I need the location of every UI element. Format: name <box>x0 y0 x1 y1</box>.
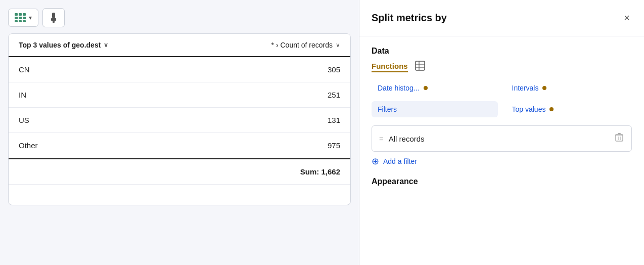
panel-body: Data Functions Date histog... <box>359 36 644 196</box>
row-value-us: 131 <box>328 116 340 124</box>
row-label-in: IN <box>19 91 26 99</box>
filter-all-records-label: All records <box>389 135 425 143</box>
sum-label: Sum: 1,662 <box>300 167 340 176</box>
data-section-label: Data <box>372 47 632 56</box>
table-icon <box>415 61 425 71</box>
row-value-cn: 305 <box>328 65 340 74</box>
option-top-values-dot <box>549 107 554 111</box>
appearance-section-label: Appearance <box>372 175 632 186</box>
option-date-histogram[interactable]: Date histog... <box>372 80 498 96</box>
option-top-values-label: Top values <box>512 105 546 113</box>
filter-equals-icon: = <box>379 135 384 143</box>
functions-row: Functions <box>372 60 632 74</box>
column-label-geo-dest: Top 3 values of geo.dest <box>19 41 101 49</box>
option-intervals-label: Intervals <box>512 84 539 92</box>
add-filter-row[interactable]: ⊕ Add a filter <box>372 156 632 167</box>
option-date-histogram-label: Date histog... <box>378 84 420 92</box>
option-filters-label: Filters <box>378 105 397 113</box>
svg-rect-10 <box>51 18 56 21</box>
column-label-count: * › Count of records <box>271 41 333 49</box>
trash-icon <box>615 133 623 142</box>
panel-title: Split metrics by <box>372 12 447 24</box>
svg-rect-9 <box>52 13 55 18</box>
svg-rect-7 <box>19 20 22 22</box>
brush-icon <box>49 13 58 23</box>
add-filter-label: Add a filter <box>383 157 417 165</box>
filter-row: = All records <box>372 125 632 152</box>
option-intervals-dot <box>542 86 546 90</box>
svg-rect-11 <box>53 21 55 23</box>
row-label-us: US <box>19 116 29 124</box>
options-grid: Date histog... Intervals Filters Top val… <box>372 80 632 117</box>
close-button[interactable]: × <box>622 10 632 26</box>
svg-rect-6 <box>15 20 18 22</box>
option-filters[interactable]: Filters <box>372 101 498 117</box>
grid-icon <box>15 13 26 22</box>
table-row: IN 251 <box>9 82 350 108</box>
svg-rect-4 <box>19 17 22 19</box>
svg-rect-3 <box>15 17 18 19</box>
svg-rect-12 <box>416 61 425 70</box>
row-value-other: 975 <box>328 141 340 150</box>
table-row: CN 305 <box>9 57 350 82</box>
row-value-in: 251 <box>328 91 340 99</box>
option-top-values[interactable]: Top values <box>506 101 632 117</box>
svg-rect-1 <box>19 13 22 16</box>
table-row: Other 975 <box>9 133 350 158</box>
svg-rect-2 <box>23 13 26 16</box>
delete-filter-button[interactable] <box>614 132 624 145</box>
svg-rect-16 <box>616 135 623 141</box>
left-panel: ▾ Top 3 values of geo.dest ∨ * › Count o… <box>0 0 359 265</box>
data-section: Data Functions Date histog... <box>372 47 632 167</box>
right-panel: Split metrics by × Data Functions <box>359 0 644 265</box>
panel-header: Split metrics by × <box>359 0 644 36</box>
table-column-left[interactable]: Top 3 values of geo.dest ∨ <box>19 41 108 49</box>
row-label-other: Other <box>19 141 38 150</box>
grid-chevron-icon: ▾ <box>29 14 32 21</box>
table-column-right[interactable]: * › Count of records ∨ <box>271 41 340 49</box>
add-filter-icon: ⊕ <box>372 156 379 167</box>
data-table: Top 3 values of geo.dest ∨ * › Count of … <box>8 33 351 205</box>
appearance-section: Appearance <box>372 175 632 186</box>
table-row: US 131 <box>9 108 350 133</box>
row-label-cn: CN <box>19 65 30 74</box>
table-empty-row <box>9 185 350 205</box>
filter-row-left: = All records <box>379 135 425 143</box>
table-header: Top 3 values of geo.dest ∨ * › Count of … <box>9 34 350 57</box>
svg-rect-5 <box>23 17 26 19</box>
functions-tab[interactable]: Functions <box>372 62 408 72</box>
column-right-chevron: ∨ <box>336 41 340 49</box>
table-sum-row: Sum: 1,662 <box>9 158 350 185</box>
column-left-chevron: ∨ <box>104 41 108 49</box>
svg-rect-8 <box>23 20 26 22</box>
grid-view-button[interactable]: ▾ <box>8 9 38 27</box>
toolbar: ▾ <box>8 8 351 27</box>
functions-icon-button[interactable] <box>413 60 427 74</box>
option-intervals[interactable]: Intervals <box>506 80 632 96</box>
svg-rect-0 <box>15 13 18 16</box>
option-date-histogram-dot <box>424 86 428 90</box>
format-button[interactable] <box>42 8 65 27</box>
